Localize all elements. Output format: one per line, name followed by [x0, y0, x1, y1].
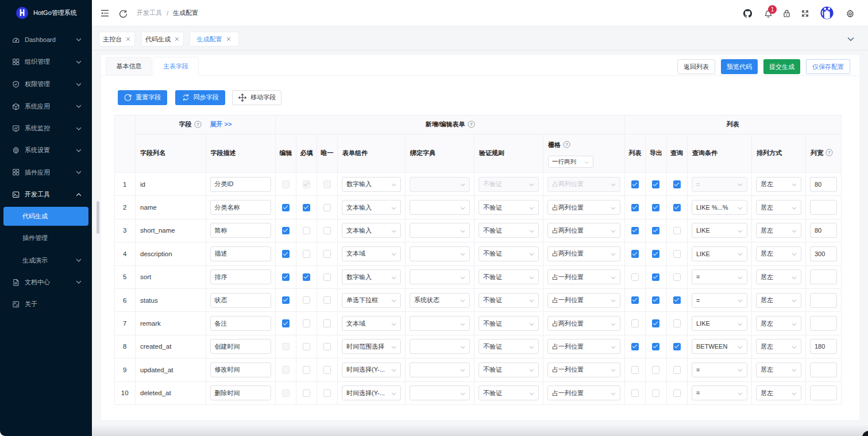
svg-text:?: ? — [470, 122, 473, 127]
svg-text:?: ? — [828, 150, 831, 155]
svg-text:?: ? — [196, 122, 199, 127]
svg-text:?: ? — [565, 142, 568, 147]
